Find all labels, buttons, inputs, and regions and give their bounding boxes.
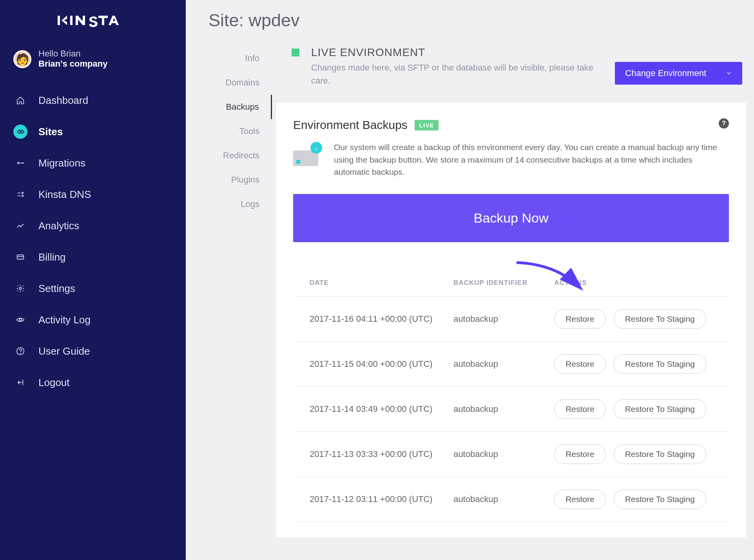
col-date: DATE <box>310 279 453 287</box>
sidebar-item-label: User Guide <box>38 345 90 357</box>
cell-identifier: autobackup <box>453 314 554 324</box>
sidebar-item-billing[interactable]: Billing <box>0 241 186 273</box>
subnav-item-domains[interactable]: Domains <box>205 71 272 95</box>
environment-bar: LIVE ENVIRONMENT Changes made here, via … <box>276 46 746 103</box>
svg-point-6 <box>22 192 24 194</box>
sites-icon <box>13 125 27 139</box>
sidebar-item-label: Dashboard <box>38 94 88 107</box>
settings-icon <box>13 281 27 295</box>
chevron-down-icon <box>726 70 732 76</box>
svg-point-7 <box>22 195 24 197</box>
sidebar-item-label: Logout <box>38 377 70 389</box>
sidebar-item-settings[interactable]: Settings <box>0 273 186 304</box>
subnav-item-info[interactable]: Info <box>205 46 272 71</box>
cell-identifier: autobackup <box>453 404 554 414</box>
greeting: Hello Brian <box>38 49 107 58</box>
main: Site: wpdev InfoDomainsBackupsToolsRedir… <box>186 0 754 560</box>
svg-marker-3 <box>98 16 108 25</box>
sidebar-item-label: Sites <box>38 126 63 138</box>
env-description: Changes made here, via SFTP or the datab… <box>311 61 603 87</box>
change-environment-button[interactable]: Change Environment <box>615 62 742 85</box>
card-title: Environment Backups <box>293 118 408 132</box>
cell-identifier: autobackup <box>453 494 554 504</box>
card-description: Our system will create a backup of this … <box>334 141 729 178</box>
sidebar-item-label: Billing <box>38 251 65 263</box>
restore-to-staging-button[interactable]: Restore To Staging <box>614 489 706 509</box>
dns-icon <box>13 187 27 201</box>
analytics-icon <box>13 219 27 233</box>
subnav-item-redirects[interactable]: Redirects <box>205 143 272 168</box>
cell-identifier: autobackup <box>453 449 554 459</box>
table-row: 2017-11-15 04:00 +00:00 (UTC)autobackupR… <box>293 342 729 387</box>
help-icon[interactable]: ? <box>719 118 729 129</box>
sidebar-item-dns[interactable]: Kinsta DNS <box>0 179 186 210</box>
backups-card: ? Environment Backups LIVE ↓ Our system … <box>276 103 746 538</box>
restore-to-staging-button[interactable]: Restore To Staging <box>614 444 706 464</box>
env-title: LIVE ENVIRONMENT <box>311 46 603 59</box>
sidebar-item-label: Activity Log <box>38 314 91 326</box>
table-row: 2017-11-16 04:11 +00:00 (UTC)autobackupR… <box>293 297 729 342</box>
activity-icon <box>13 313 27 327</box>
subnav-item-logs[interactable]: Logs <box>205 192 272 216</box>
restore-button[interactable]: Restore <box>554 309 606 329</box>
svg-rect-0 <box>58 16 60 25</box>
restore-to-staging-button[interactable]: Restore To Staging <box>614 354 706 374</box>
sidebar-item-label: Analytics <box>38 220 79 232</box>
restore-button[interactable]: Restore <box>554 399 606 419</box>
svg-point-5 <box>23 163 24 163</box>
svg-marker-1 <box>62 16 67 25</box>
sidebar-item-label: Settings <box>38 283 75 295</box>
sidebar-item-migrations[interactable]: Migrations <box>0 147 186 179</box>
cell-date: 2017-11-12 03:11 +00:00 (UTC) <box>310 494 453 504</box>
sidebar-item-sites[interactable]: Sites <box>0 116 186 147</box>
table-row: 2017-11-13 03:33 +00:00 (UTC)autobackupR… <box>293 432 729 477</box>
cell-date: 2017-11-16 04:11 +00:00 (UTC) <box>310 314 453 324</box>
svg-point-11 <box>19 319 22 321</box>
sidebar-item-analytics[interactable]: Analytics <box>0 210 186 241</box>
user-block[interactable]: 🧑 Hello Brian Brian's company <box>0 42 186 85</box>
sidebar-item-label: Migrations <box>38 157 85 169</box>
restore-button[interactable]: Restore <box>554 354 606 374</box>
cell-date: 2017-11-14 03:49 +00:00 (UTC) <box>310 404 453 414</box>
subnav-item-plugins[interactable]: Plugins <box>205 168 272 192</box>
company-name: Brian's company <box>38 59 107 69</box>
billing-icon <box>13 250 27 264</box>
restore-to-staging-button[interactable]: Restore To Staging <box>614 309 706 329</box>
backup-icon: ↓ <box>293 141 322 178</box>
subnav-item-tools[interactable]: Tools <box>205 119 272 143</box>
live-badge: LIVE <box>415 120 439 130</box>
restore-button[interactable]: Restore <box>554 489 606 509</box>
cell-date: 2017-11-13 03:33 +00:00 (UTC) <box>310 449 453 459</box>
svg-point-13 <box>20 353 21 353</box>
cell-date: 2017-11-15 04:00 +00:00 (UTC) <box>310 359 453 369</box>
migrations-icon <box>13 156 27 170</box>
sidebar-item-activity[interactable]: Activity Log <box>0 304 186 335</box>
guide-icon <box>13 344 27 358</box>
sidebar: 🧑 Hello Brian Brian's company DashboardS… <box>0 0 186 560</box>
sub-nav: InfoDomainsBackupsToolsRedirectsPluginsL… <box>205 46 272 538</box>
sidebar-item-label: Kinsta DNS <box>38 188 91 201</box>
logo <box>0 8 186 42</box>
sidebar-item-guide[interactable]: User Guide <box>0 335 186 367</box>
sidebar-item-home[interactable]: Dashboard <box>0 85 186 116</box>
svg-point-4 <box>18 162 19 164</box>
nav: DashboardSitesMigrationsKinsta DNSAnalyt… <box>0 85 186 398</box>
backups-table: DATE BACKUP IDENTIFIER ACTIONS 2017-11-1… <box>293 270 729 522</box>
col-actions: ACTIONS <box>554 279 712 287</box>
avatar: 🧑 <box>13 50 31 68</box>
svg-point-10 <box>19 287 22 290</box>
subnav-item-backups[interactable]: Backups <box>205 95 272 119</box>
restore-to-staging-button[interactable]: Restore To Staging <box>614 399 706 419</box>
table-row: 2017-11-14 03:49 +00:00 (UTC)autobackupR… <box>293 387 729 432</box>
page-title: Site: wpdev <box>208 10 746 31</box>
cell-identifier: autobackup <box>453 359 554 369</box>
sidebar-item-logout[interactable]: Logout <box>0 367 186 398</box>
logout-icon <box>13 375 27 390</box>
restore-button[interactable]: Restore <box>554 444 606 464</box>
col-ident: BACKUP IDENTIFIER <box>453 279 554 287</box>
live-indicator-icon <box>292 49 299 56</box>
backup-now-button[interactable]: Backup Now <box>293 194 729 242</box>
home-icon <box>13 93 27 107</box>
change-environment-label: Change Environment <box>625 68 706 78</box>
table-row: 2017-11-12 03:11 +00:00 (UTC)autobackupR… <box>293 477 729 522</box>
